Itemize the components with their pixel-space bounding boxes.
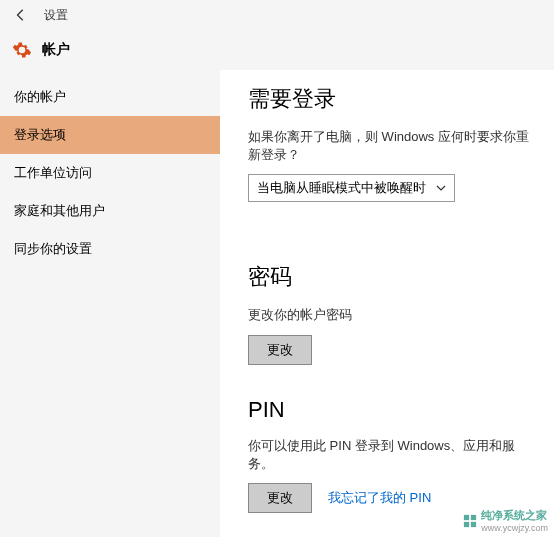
change-password-button[interactable]: 更改: [248, 335, 312, 365]
pin-title: PIN: [248, 397, 534, 423]
watermark-url: www.ycwjzy.com: [481, 523, 548, 533]
password-text: 更改你的帐户密码: [248, 306, 534, 324]
watermark: 纯净系统之家 www.ycwjzy.com: [463, 508, 548, 533]
signin-timing-dropdown[interactable]: 当电脑从睡眠模式中被唤醒时: [248, 174, 455, 202]
back-button[interactable]: [10, 4, 32, 26]
chevron-down-icon: [436, 181, 446, 196]
change-pin-button[interactable]: 更改: [248, 483, 312, 513]
dropdown-value: 当电脑从睡眠模式中被唤醒时: [257, 179, 426, 197]
sidebar: 你的帐户 登录选项 工作单位访问 家庭和其他用户 同步你的设置: [0, 70, 220, 537]
password-title: 密码: [248, 262, 534, 292]
svg-rect-0: [464, 514, 469, 519]
require-signin-text: 如果你离开了电脑，则 Windows 应何时要求你重新登录？: [248, 128, 534, 164]
content-area: 需要登录 如果你离开了电脑，则 Windows 应何时要求你重新登录？ 当电脑从…: [220, 70, 554, 537]
svg-rect-1: [471, 514, 476, 519]
forgot-pin-link[interactable]: 我忘记了我的 PIN: [328, 489, 431, 507]
sidebar-item-work-access[interactable]: 工作单位访问: [0, 154, 220, 192]
svg-rect-3: [471, 521, 476, 526]
watermark-name: 纯净系统之家: [481, 508, 548, 523]
gear-icon: [12, 40, 32, 60]
sidebar-item-signin-options[interactable]: 登录选项: [0, 116, 220, 154]
svg-rect-2: [464, 521, 469, 526]
require-signin-title: 需要登录: [248, 84, 534, 114]
watermark-logo-icon: [463, 514, 477, 528]
pin-text: 你可以使用此 PIN 登录到 Windows、应用和服务。: [248, 437, 534, 473]
sidebar-item-sync-settings[interactable]: 同步你的设置: [0, 230, 220, 268]
titlebar-text: 设置: [44, 7, 68, 24]
page-title: 帐户: [42, 41, 70, 59]
sidebar-item-your-account[interactable]: 你的帐户: [0, 78, 220, 116]
sidebar-item-family-users[interactable]: 家庭和其他用户: [0, 192, 220, 230]
